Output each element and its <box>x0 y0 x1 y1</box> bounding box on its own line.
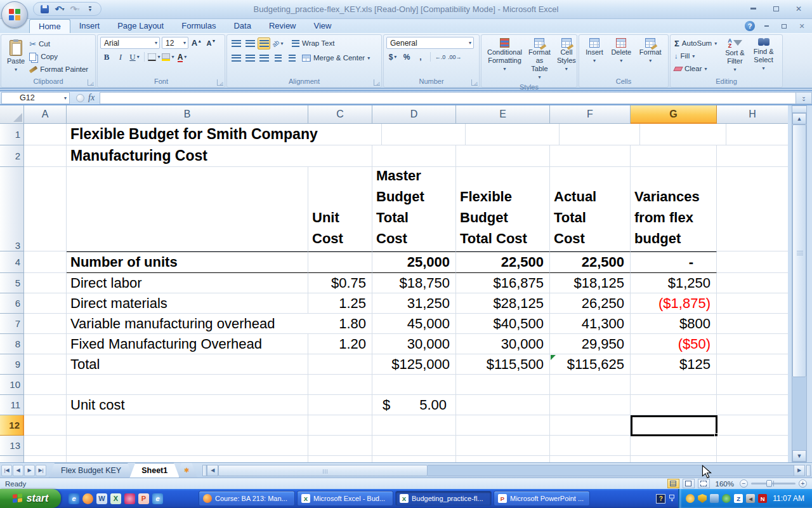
copy-button[interactable]: Copy <box>28 50 89 63</box>
percent-style-button[interactable]: % <box>400 51 413 63</box>
orientation-button[interactable]: ab▾ <box>272 37 284 50</box>
cell-c8[interactable]: 1.20 <box>308 334 372 354</box>
cell-f6[interactable]: 26,250 <box>550 293 631 314</box>
cell-f11[interactable] <box>550 395 631 415</box>
cell-f3-header[interactable]: Actual Total Cost <box>550 167 631 251</box>
column-header-c[interactable]: C <box>308 105 372 124</box>
row-header-8[interactable]: 8 <box>0 334 24 354</box>
cell-c11[interactable] <box>308 395 372 415</box>
tab-insert[interactable]: Insert <box>70 19 109 33</box>
scroll-down-button[interactable]: ▼ <box>792 450 806 462</box>
cell-a9[interactable] <box>24 354 67 375</box>
column-header-e[interactable]: E <box>456 105 550 124</box>
cell-a13[interactable] <box>24 436 67 456</box>
cell-h13[interactable] <box>717 436 788 456</box>
row-header-13[interactable]: 13 <box>0 436 24 456</box>
row-header-11[interactable]: 11 <box>0 395 24 415</box>
cell-a1[interactable] <box>24 124 67 145</box>
cell-e13[interactable] <box>456 436 550 456</box>
row-header-4[interactable]: 4 <box>0 251 24 273</box>
cell-c6[interactable]: 1.25 <box>308 293 372 314</box>
underline-button[interactable]: U▾ <box>128 51 141 63</box>
zoom-slider-track[interactable] <box>751 483 796 485</box>
cell-h6[interactable] <box>717 293 788 314</box>
column-header-a[interactable]: A <box>24 105 67 124</box>
find-select-button[interactable]: Find & Select▾ <box>750 37 777 77</box>
cell-f10[interactable] <box>550 375 631 395</box>
middle-align-button[interactable] <box>244 37 256 50</box>
row-header-10[interactable]: 10 <box>0 375 24 395</box>
fill-color-button[interactable]: ▾ <box>162 51 174 63</box>
cell-f1[interactable] <box>560 124 640 145</box>
format-cells-button[interactable]: Format▾ <box>636 37 665 77</box>
merge-center-button[interactable]: Merge & Center▾ <box>301 51 371 64</box>
cell-h8[interactable] <box>717 334 788 354</box>
cell-f13[interactable] <box>550 436 631 456</box>
tray-icon-3[interactable] <box>710 494 719 503</box>
workbook-restore-button[interactable] <box>778 22 790 30</box>
cell-c9[interactable] <box>308 354 372 375</box>
firefox-icon[interactable] <box>82 493 93 504</box>
cell-h2[interactable] <box>717 145 788 167</box>
cell-d14[interactable] <box>372 456 456 462</box>
scroll-left-button[interactable]: ◀ <box>207 465 218 476</box>
column-header-f[interactable]: F <box>550 105 631 124</box>
cell-a5[interactable] <box>24 273 67 293</box>
word-icon[interactable]: W <box>96 493 107 504</box>
previous-sheet-button[interactable]: ◀ <box>13 465 23 476</box>
cell-a8[interactable] <box>24 334 67 354</box>
cut-button[interactable]: ✂Cut <box>28 37 89 50</box>
bottom-align-button[interactable] <box>258 37 270 50</box>
vertical-scrollbar[interactable]: ▲ ▼ <box>792 105 807 462</box>
cell-f2[interactable] <box>550 145 631 167</box>
cell-d1[interactable] <box>382 124 466 145</box>
font-color-button[interactable]: A▾ <box>176 51 188 63</box>
cell-a7[interactable] <box>24 314 67 334</box>
normal-view-button[interactable] <box>667 479 679 488</box>
cell-c5[interactable]: $0.75 <box>308 273 372 293</box>
tab-home[interactable]: Home <box>29 19 70 33</box>
increase-decimal-button[interactable]: ←.0 <box>434 51 447 63</box>
row-header-2[interactable]: 2 <box>0 145 24 167</box>
cell-f8[interactable]: 29,950 <box>550 334 631 354</box>
comma-style-button[interactable]: , <box>414 51 427 63</box>
horizontal-scroll-thumb[interactable] <box>218 465 428 476</box>
cell-g5[interactable]: $1,250 <box>631 273 717 293</box>
cell-g8-negative[interactable]: ($50) <box>631 334 717 354</box>
cell-b7[interactable]: Variable manufacturing overhead <box>67 314 308 334</box>
cell-h5[interactable] <box>717 273 788 293</box>
next-sheet-button[interactable]: ▶ <box>24 465 35 476</box>
tray-icon-4[interactable] <box>722 494 731 503</box>
cell-b1-title[interactable]: Flexible Budget for Smith Company <box>67 124 318 145</box>
cell-a10[interactable] <box>24 375 67 395</box>
cell-g11[interactable] <box>631 395 717 415</box>
borders-button[interactable]: ▾ <box>148 51 160 63</box>
select-all-corner[interactable] <box>0 105 24 124</box>
cell-d2[interactable] <box>372 145 456 167</box>
show-hidden-icons-button[interactable]: ▾ <box>669 495 674 502</box>
tab-view[interactable]: View <box>305 19 341 33</box>
zoom-out-button[interactable]: − <box>740 479 748 488</box>
internet-explorer-icon[interactable]: e <box>69 493 79 504</box>
cell-b5[interactable]: Direct labor <box>67 273 308 293</box>
cell-e12[interactable] <box>456 415 550 436</box>
quick-launch-app-icon[interactable] <box>124 493 135 504</box>
column-header-g-selected[interactable]: G <box>631 105 717 124</box>
column-header-h[interactable]: H <box>717 105 788 124</box>
row-header-14[interactable] <box>0 456 24 462</box>
close-button[interactable]: ✕ <box>790 4 807 13</box>
cell-b13[interactable] <box>67 436 308 456</box>
shrink-font-button[interactable]: A▼ <box>205 37 218 49</box>
cancel-entry-button[interactable] <box>76 94 84 102</box>
cell-b9[interactable]: Total <box>67 354 308 375</box>
first-sheet-button[interactable]: |◀ <box>1 465 12 476</box>
accounting-format-button[interactable]: $▾ <box>386 51 399 63</box>
outlook-express-icon[interactable]: e <box>152 493 163 504</box>
horizontal-scroll-track[interactable] <box>428 465 794 476</box>
cell-h9[interactable] <box>717 354 788 375</box>
tab-formulas[interactable]: Formulas <box>173 19 225 33</box>
cell-c14[interactable] <box>308 456 372 462</box>
formula-input[interactable] <box>100 92 796 104</box>
tray-icon-n[interactable]: N <box>758 494 767 503</box>
cell-b12[interactable] <box>67 415 308 436</box>
